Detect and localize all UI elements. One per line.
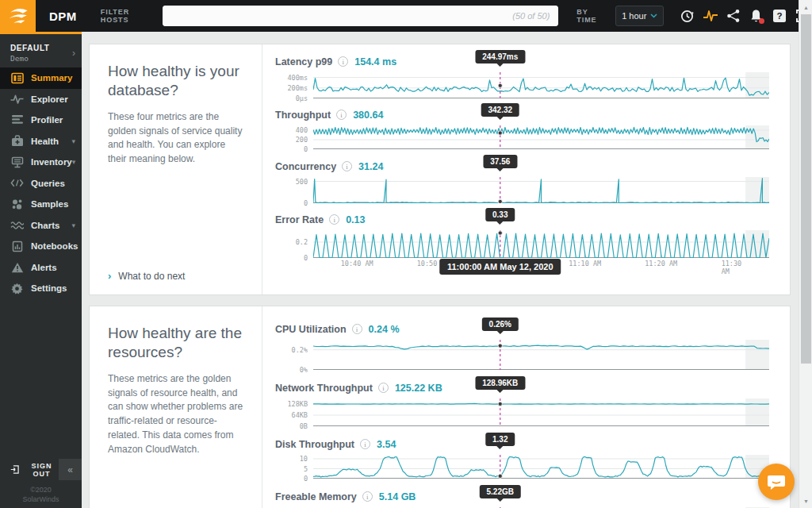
history-refresh-icon[interactable] (677, 6, 697, 26)
sidebar-item-label: Alerts (31, 263, 75, 272)
metric-throughput: Throughputi380.64342.324002000 (275, 106, 769, 149)
metric-error-rate: Error Ratei0.130.330.2010:40 AM10:50 AM1… (275, 211, 769, 268)
share-icon[interactable] (723, 6, 743, 26)
chart-plot-disk-throughput[interactable] (313, 455, 769, 479)
topbar-icon-group: ? (677, 6, 812, 26)
metric-tooltip: 128.96KB (475, 376, 525, 390)
info-icon[interactable]: i (378, 383, 389, 393)
collapse-sidebar-icon[interactable]: « (59, 459, 82, 480)
metric-title: Error Rate (275, 214, 324, 225)
chat-bubble-icon[interactable] (758, 464, 795, 500)
card-description: These metrics are the golden signals of … (108, 372, 244, 457)
sidebar-item-profiler[interactable]: Profiler (0, 110, 82, 131)
alerts-icon (10, 261, 24, 274)
sidebar-item-summary[interactable]: Summary (0, 67, 82, 89)
resource-health-card: How healthy are the resources? These met… (89, 306, 791, 508)
y-axis-labels: 1050 (275, 455, 313, 479)
help-icon[interactable]: ? (769, 6, 789, 26)
metric-current-value: 5.14 GB (379, 491, 416, 502)
host-count: (50 of 50) (512, 11, 550, 21)
notifications-bell-icon[interactable] (746, 6, 766, 26)
sidebar-item-label: Health (31, 137, 71, 146)
info-icon[interactable]: i (338, 56, 348, 67)
info-icon[interactable]: i (336, 110, 347, 120)
metric-cpu-utilization: CPU Utilizationi0.24 %0.26%0.2%0% (275, 321, 769, 370)
chevron-right-icon: › (72, 48, 75, 59)
sidebar-item-label: Queries (31, 179, 75, 188)
y-axis-labels: 400ms200ms0µs (275, 72, 313, 98)
info-icon[interactable]: i (342, 161, 352, 171)
scroll-down-arrow-icon[interactable]: ▼ (799, 495, 812, 506)
sidebar-item-label: Settings (31, 283, 75, 293)
sidebar-item-queries[interactable]: Queries (0, 173, 82, 194)
sidebar-item-explorer[interactable]: Explorer (0, 89, 82, 110)
pulse-icon[interactable] (700, 6, 720, 26)
metric-current-value: 0.24 % (369, 324, 400, 335)
sidebar-item-notebooks[interactable]: Notebooks (0, 236, 82, 257)
metric-tooltip: 37.56 (483, 155, 517, 168)
chart-plot-cpu-utilization[interactable] (313, 340, 769, 370)
metric-current-value: 0.13 (346, 214, 365, 225)
chart-plot-concurrency[interactable] (313, 177, 769, 203)
filter-hosts-input[interactable]: (50 of 50) (163, 6, 558, 26)
queries-icon (10, 177, 24, 190)
metric-current-value: 380.64 (353, 110, 383, 121)
metric-title: Network Throughput (275, 383, 373, 394)
main-content: How healthy is your database? These four… (82, 32, 799, 508)
filter-hosts-label: FILTER HOSTS (101, 8, 156, 24)
sidebar-item-samples[interactable]: Samples (0, 194, 82, 215)
metric-tooltip: 1.32 (485, 433, 515, 446)
solarwinds-logo-icon[interactable] (0, 0, 36, 32)
chart-plot-latency-p99[interactable] (313, 72, 769, 98)
metric-network-throughput: Network Throughputi125.22 KB128.96KB128K… (275, 379, 769, 426)
sidebar-item-inventory[interactable]: Inventory▾ (0, 152, 82, 173)
chart-plot-throughput[interactable] (313, 125, 769, 149)
by-time-label: BY TIME (576, 8, 608, 24)
card-title: How healthy are the resources? (108, 324, 244, 362)
environment-switcher[interactable]: DEFAULT Demo › (0, 34, 82, 67)
metric-current-value: 154.4 ms (354, 56, 396, 67)
scroll-up-arrow-icon[interactable]: ▲ (799, 2, 812, 13)
cursor-date-tooltip: 11:00:00 AM May 12, 2020 (439, 259, 561, 275)
info-icon[interactable]: i (352, 324, 362, 334)
info-icon[interactable]: i (360, 439, 370, 449)
resource-health-charts: CPU Utilizationi0.24 %0.26%0.2%0%Network… (262, 306, 791, 508)
sidebar: DEFAULT Demo › SummaryExplorerProfilerHe… (0, 32, 82, 508)
chevron-down-icon: ▾ (71, 221, 75, 229)
metric-concurrency: Concurrencyi31.2437.565000 (275, 158, 769, 203)
chart-plot-error-rate[interactable] (313, 230, 769, 258)
info-icon[interactable]: i (329, 214, 339, 225)
environment-sub: Demo (10, 54, 50, 63)
profiler-icon (10, 114, 24, 126)
inventory-icon (10, 156, 24, 168)
summary-icon (10, 71, 24, 84)
metric-freeable-memory: Freeable Memoryi5.14 GB5.22GB (275, 488, 769, 508)
sidebar-item-label: Inventory (31, 157, 72, 167)
metric-tooltip: 244.97ms (475, 50, 525, 64)
time-range-value: 1 hour (622, 11, 646, 21)
sign-out-button[interactable]: SIGN OUT (0, 462, 59, 478)
samples-icon (10, 198, 24, 210)
y-axis-labels: 0.20 (275, 230, 313, 258)
what-to-do-next-link[interactable]: › What to do next (108, 270, 244, 282)
chart-plot-network-throughput[interactable] (313, 398, 769, 426)
metric-title: Latency p99 (275, 56, 332, 67)
sidebar-item-health[interactable]: Health▾ (0, 131, 82, 152)
time-range-select[interactable]: 1 hour (615, 6, 664, 26)
info-icon[interactable]: i (362, 491, 373, 502)
chevron-down-icon: ▾ (72, 158, 76, 166)
metric-current-value: 125.22 KB (395, 383, 442, 394)
database-health-card: How healthy is your database? These four… (89, 44, 791, 295)
sidebar-item-label: Charts (31, 221, 71, 230)
sidebar-item-charts[interactable]: Charts▾ (0, 215, 82, 237)
sidebar-item-settings[interactable]: Settings (0, 278, 82, 299)
chevron-down-icon (650, 13, 657, 18)
metric-tooltip: 0.26% (482, 318, 519, 331)
metric-title: Disk Throughput (275, 439, 354, 450)
sidebar-bottom: SIGN OUT « ©2020 SolarWinds (0, 459, 82, 508)
scrollbar-thumb[interactable] (801, 14, 811, 364)
svg-text:?: ? (776, 11, 782, 21)
sidebar-item-label: Notebooks (31, 241, 78, 251)
chevron-right-icon: › (108, 270, 111, 282)
sidebar-item-alerts[interactable]: Alerts (0, 257, 82, 279)
